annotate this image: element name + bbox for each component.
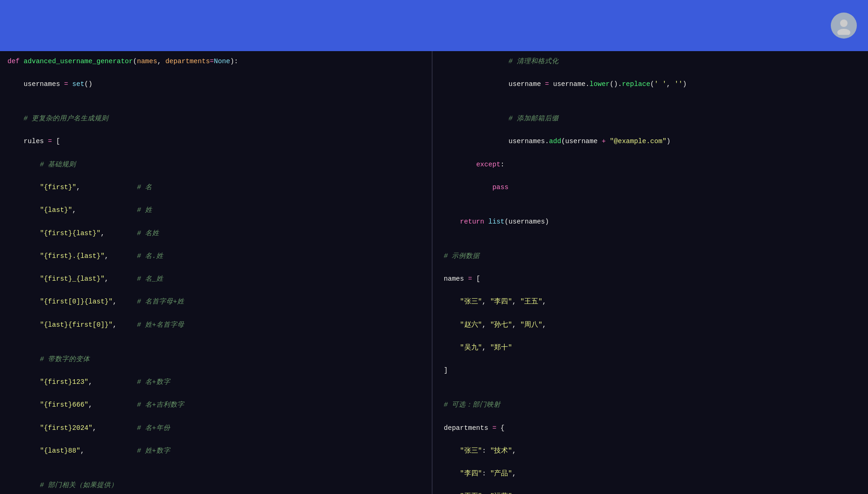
code-panel-left: def advanced_username_generator(names, d… [0,51,433,494]
code-right: # 清理和格式化 username = username.lower().rep… [444,56,861,494]
header-banner [0,0,868,51]
avatar [831,13,857,39]
svg-point-1 [837,29,850,35]
code-container: def advanced_username_generator(names, d… [0,51,868,494]
code-left: def advanced_username_generator(names, d… [7,56,424,494]
svg-point-0 [840,20,848,27]
code-panel-right: # 清理和格式化 username = username.lower().rep… [433,51,868,494]
